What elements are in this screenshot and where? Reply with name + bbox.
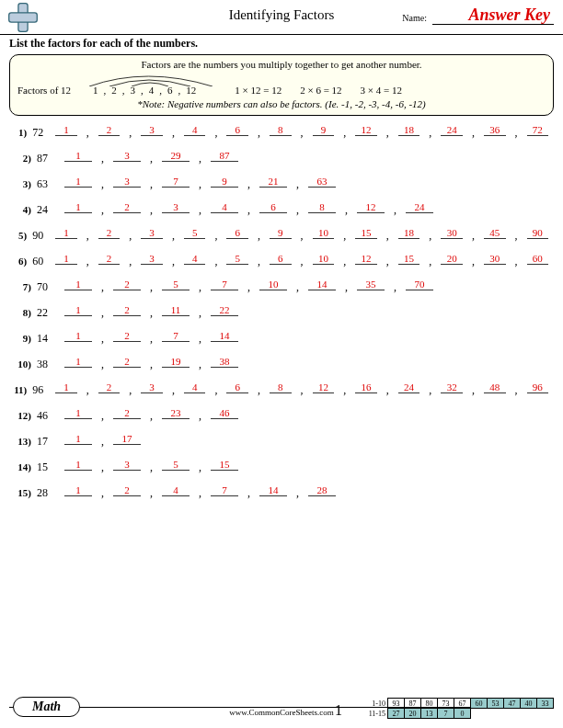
factor-blank[interactable]: 1	[55, 254, 77, 265]
factor-blank[interactable]: 18	[398, 125, 420, 136]
factor-blank[interactable]: 36	[484, 125, 506, 136]
factor-blank[interactable]: 14	[308, 279, 336, 290]
factor-blank[interactable]: 30	[441, 228, 463, 239]
factor-blank[interactable]: 23	[162, 408, 190, 419]
factor-blank[interactable]: 2	[113, 279, 141, 290]
factor-blank[interactable]: 60	[527, 254, 549, 265]
factor-blank[interactable]: 1	[64, 331, 92, 342]
factor-blank[interactable]: 29	[162, 151, 190, 162]
factor-blank[interactable]: 8	[308, 202, 336, 213]
factor-blank[interactable]: 11	[162, 305, 190, 316]
factor-blank[interactable]: 28	[308, 485, 336, 496]
factor-blank[interactable]: 12	[355, 254, 377, 265]
factor-blank[interactable]: 38	[211, 357, 238, 368]
factor-blank[interactable]: 30	[484, 254, 506, 265]
factor-blank[interactable]: 6	[226, 125, 248, 136]
factor-blank[interactable]: 12	[313, 382, 335, 393]
factor-blank[interactable]: 1	[64, 202, 92, 213]
factor-blank[interactable]: 18	[398, 228, 420, 239]
factor-blank[interactable]: 4	[184, 382, 206, 393]
factor-blank[interactable]: 45	[484, 228, 506, 239]
factor-blank[interactable]: 10	[313, 254, 335, 265]
factor-blank[interactable]: 1	[55, 125, 77, 136]
factor-blank[interactable]: 2	[113, 331, 141, 342]
factor-blank[interactable]: 7	[211, 279, 238, 290]
factor-blank[interactable]: 1	[64, 408, 92, 419]
factor-blank[interactable]: 2	[113, 485, 141, 496]
factor-blank[interactable]: 9	[211, 176, 238, 188]
factor-blank[interactable]: 1	[64, 357, 92, 368]
factor-blank[interactable]: 9	[313, 125, 335, 136]
factor-blank[interactable]: 4	[162, 485, 190, 496]
factor-blank[interactable]: 5	[162, 460, 190, 471]
factor-blank[interactable]: 20	[441, 254, 463, 265]
factor-blank[interactable]: 2	[113, 202, 141, 213]
factor-blank[interactable]: 70	[406, 279, 433, 290]
factor-blank[interactable]: 5	[226, 254, 248, 265]
factor-blank[interactable]: 1	[64, 279, 92, 290]
factor-blank[interactable]: 3	[113, 151, 141, 162]
factor-blank[interactable]: 3	[113, 460, 141, 471]
factor-blank[interactable]: 17	[113, 434, 141, 445]
factor-blank[interactable]: 72	[527, 125, 549, 136]
factor-blank[interactable]: 8	[270, 125, 292, 136]
factor-blank[interactable]: 2	[98, 228, 121, 239]
factor-blank[interactable]: 87	[211, 151, 238, 162]
factor-blank[interactable]: 2	[113, 357, 141, 368]
factor-blank[interactable]: 15	[398, 254, 420, 265]
factor-blank[interactable]: 24	[406, 202, 433, 213]
factor-blank[interactable]: 3	[141, 125, 163, 136]
factor-blank[interactable]: 1	[64, 151, 92, 162]
factor-blank[interactable]: 90	[527, 228, 549, 239]
factor-blank[interactable]: 7	[211, 485, 238, 496]
factor-blank[interactable]: 96	[527, 382, 549, 393]
factor-blank[interactable]: 1	[64, 434, 92, 445]
factor-blank[interactable]: 2	[113, 408, 141, 419]
factor-blank[interactable]: 15	[355, 228, 377, 239]
factor-blank[interactable]: 15	[211, 460, 238, 471]
factor-blank[interactable]: 12	[355, 125, 377, 136]
factor-blank[interactable]: 16	[355, 382, 377, 393]
factor-blank[interactable]: 2	[98, 382, 121, 393]
factor-blank[interactable]: 48	[484, 382, 506, 393]
factor-blank[interactable]: 6	[270, 254, 292, 265]
factor-blank[interactable]: 4	[184, 254, 206, 265]
factor-blank[interactable]: 4	[211, 202, 238, 213]
factor-blank[interactable]: 9	[270, 228, 292, 239]
factor-blank[interactable]: 6	[259, 202, 287, 213]
factor-blank[interactable]: 46	[211, 408, 238, 419]
factor-blank[interactable]: 14	[259, 485, 287, 496]
factor-blank[interactable]: 2	[98, 125, 121, 136]
factor-blank[interactable]: 3	[113, 176, 141, 188]
factor-blank[interactable]: 10	[259, 279, 287, 290]
factor-blank[interactable]: 4	[184, 125, 206, 136]
factor-blank[interactable]: 24	[441, 125, 463, 136]
factor-blank[interactable]: 1	[55, 228, 77, 239]
factor-blank[interactable]: 2	[113, 305, 141, 316]
factor-blank[interactable]: 5	[162, 279, 190, 290]
factor-blank[interactable]: 1	[64, 460, 92, 471]
factor-blank[interactable]: 1	[64, 305, 92, 316]
factor-blank[interactable]: 63	[308, 176, 336, 188]
factor-blank[interactable]: 2	[98, 254, 121, 265]
factor-blank[interactable]: 6	[226, 228, 248, 239]
factor-blank[interactable]: 7	[162, 176, 190, 188]
factor-blank[interactable]: 14	[211, 331, 238, 342]
factor-blank[interactable]: 32	[441, 382, 463, 393]
factor-blank[interactable]: 10	[313, 228, 335, 239]
factor-blank[interactable]: 3	[141, 228, 163, 239]
factor-blank[interactable]: 35	[357, 279, 385, 290]
factor-blank[interactable]: 22	[211, 305, 238, 316]
factor-blank[interactable]: 8	[270, 382, 292, 393]
factor-blank[interactable]: 3	[141, 254, 163, 265]
factor-blank[interactable]: 1	[55, 382, 77, 393]
factor-blank[interactable]: 12	[357, 202, 385, 213]
factor-blank[interactable]: 5	[184, 228, 206, 239]
factor-blank[interactable]: 1	[64, 485, 92, 496]
factor-blank[interactable]: 24	[398, 382, 420, 393]
factor-blank[interactable]: 1	[64, 176, 92, 188]
factor-blank[interactable]: 3	[162, 202, 190, 213]
factor-blank[interactable]: 21	[259, 176, 287, 188]
factor-blank[interactable]: 7	[162, 331, 190, 342]
factor-blank[interactable]: 3	[141, 382, 163, 393]
